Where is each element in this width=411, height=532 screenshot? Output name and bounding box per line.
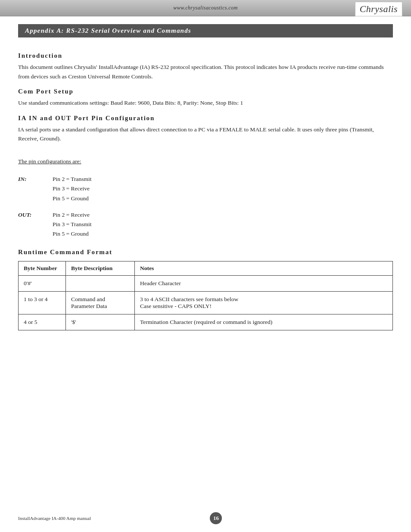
runtime-table: Byte Number Byte Description Notes 0'#' … (18, 261, 393, 330)
pin-in-row: IN: Pin 2 = Transmit Pin 3 = Receive Pin… (18, 174, 393, 203)
pin-out-row: OUT: Pin 2 = Receive Pin 3 = Transmit Pi… (18, 210, 393, 239)
row3-byte-description: '$' (66, 314, 135, 330)
row3-byte-number: 4 or 5 (19, 314, 66, 330)
row1-byte-number: 0'#' (19, 275, 66, 291)
brand-logo: Chrysalis (355, 2, 402, 16)
col-byte-number: Byte Number (19, 261, 66, 275)
appendix-title: Appendix A: RS-232 Serial Overview and C… (25, 27, 191, 34)
pin-in-1: Pin 2 = Transmit (53, 174, 92, 184)
pin-config-section: The pin configurations are: IN: Pin 2 = … (18, 158, 393, 239)
row2-byte-description: Command and Parameter Data (66, 291, 135, 314)
table-row: 1 to 3 or 4 Command and Parameter Data 3… (19, 291, 393, 314)
ia-port-heading: IA IN and OUT Port Pin Configuration (18, 115, 393, 122)
col-notes: Notes (135, 261, 393, 275)
page-number: 16 (210, 512, 222, 524)
appendix-title-bar: Appendix A: RS-232 Serial Overview and C… (18, 24, 393, 37)
ia-port-body: IA serial ports use a standard configura… (18, 125, 393, 143)
com-port-heading: Com Port Setup (18, 88, 393, 95)
pin-in-3: Pin 5 = Ground (53, 194, 92, 203)
pin-out-label: OUT: (18, 210, 53, 239)
row2-notes-line2: Case sensitive - CAPS ONLY! (140, 303, 212, 309)
footer-left-text: InstallAdvantage IA-400 Amp manual (18, 516, 91, 521)
row2-byte-number: 1 to 3 or 4 (19, 291, 66, 314)
introduction-body: This document outlines Chrysalis' Instal… (18, 62, 393, 81)
table-row: 4 or 5 '$' Termination Character (requir… (19, 314, 393, 330)
website-url: www.chrysalisacoustics.com (173, 5, 238, 11)
pin-in-2: Pin 3 = Receive (53, 184, 92, 193)
brand-name: Chrysalis (360, 3, 398, 14)
pin-in-label: IN: (18, 174, 53, 203)
row3-notes: Termination Character (required or comma… (135, 314, 393, 330)
pin-table: IN: Pin 2 = Transmit Pin 3 = Receive Pin… (18, 174, 393, 239)
pin-out-2: Pin 3 = Transmit (53, 220, 92, 229)
row2-notes: 3 to 4 ASCII characters see formats belo… (135, 291, 393, 314)
com-port-body: Use standard communications settings: Ba… (18, 98, 393, 108)
introduction-heading: Introduction (18, 52, 393, 59)
row2-notes-line1: 3 to 4 ASCII characters see formats belo… (140, 296, 238, 302)
main-content: Appendix A: RS-232 Serial Overview and C… (0, 16, 411, 356)
footer: InstallAdvantage IA-400 Amp manual 16 (0, 512, 411, 524)
pin-out-3: Pin 5 = Ground (53, 229, 92, 239)
top-bar: www.chrysalisacoustics.com Chrysalis (0, 0, 411, 16)
pin-config-label: The pin configurations are: (18, 158, 81, 165)
pin-out-1: Pin 2 = Receive (53, 210, 92, 220)
pin-out-values: Pin 2 = Receive Pin 3 = Transmit Pin 5 =… (53, 210, 92, 239)
col-byte-description: Byte Description (66, 261, 135, 275)
pin-in-values: Pin 2 = Transmit Pin 3 = Receive Pin 5 =… (53, 174, 92, 203)
row1-notes: Header Character (135, 275, 393, 291)
row1-byte-description (66, 275, 135, 291)
runtime-heading: Runtime Command Format (18, 249, 393, 256)
table-header-row: Byte Number Byte Description Notes (19, 261, 393, 275)
table-row: 0'#' Header Character (19, 275, 393, 291)
